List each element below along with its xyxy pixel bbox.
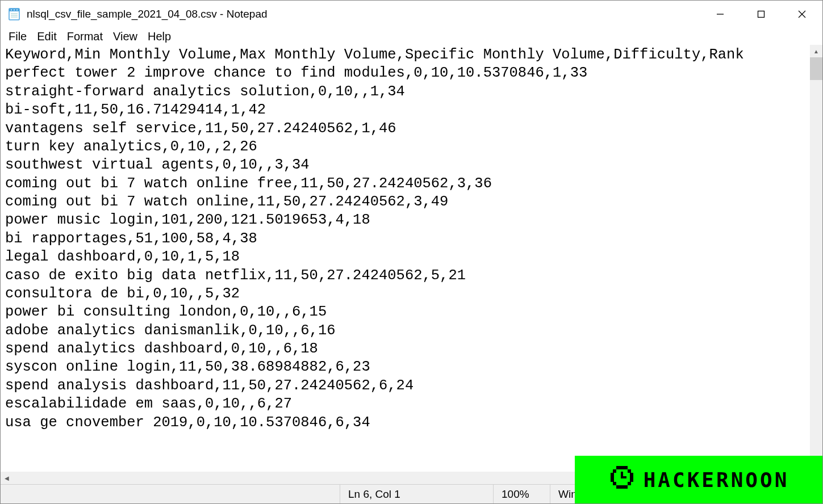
svg-point-4 <box>16 10 18 11</box>
svg-rect-18 <box>628 482 631 485</box>
minimize-button[interactable] <box>700 1 741 28</box>
svg-rect-9 <box>758 11 764 18</box>
clock-pixel-icon <box>608 464 636 495</box>
status-position: Ln 6, Col 1 <box>340 485 493 503</box>
window-title: nlsql_csv_file_sample_2021_04_08.csv - N… <box>27 8 700 20</box>
status-spacer <box>1 485 340 503</box>
menu-format[interactable]: Format <box>62 29 107 44</box>
svg-rect-17 <box>613 482 616 485</box>
close-button[interactable] <box>782 1 822 28</box>
menu-file[interactable]: File <box>4 29 31 44</box>
window-controls <box>700 1 822 28</box>
vertical-scrollbar[interactable]: ▲ ▼ <box>810 45 822 472</box>
scroll-left-icon[interactable]: ◀ <box>1 472 13 484</box>
svg-rect-13 <box>613 469 616 473</box>
titlebar: nlsql_csv_file_sample_2021_04_08.csv - N… <box>1 1 822 28</box>
svg-point-2 <box>11 10 12 11</box>
vscroll-thumb[interactable] <box>810 57 822 80</box>
editor-area: Keyword,Min Monthly Volume,Max Monthly V… <box>1 45 822 484</box>
svg-rect-21 <box>621 476 626 478</box>
svg-point-3 <box>14 10 15 11</box>
status-zoom: 100% <box>493 485 550 503</box>
menu-view[interactable]: View <box>108 29 142 44</box>
svg-rect-16 <box>630 473 633 482</box>
vscroll-track[interactable] <box>810 57 822 459</box>
text-content[interactable]: Keyword,Min Monthly Volume,Max Monthly V… <box>1 45 810 472</box>
menu-help[interactable]: Help <box>143 29 176 44</box>
svg-rect-19 <box>616 485 628 489</box>
svg-rect-12 <box>616 466 628 469</box>
watermark-badge: HACKERNOON <box>575 456 822 503</box>
watermark-text: HACKERNOON <box>644 468 789 492</box>
scroll-up-icon[interactable]: ▲ <box>810 45 822 57</box>
menu-edit[interactable]: Edit <box>32 29 61 44</box>
maximize-button[interactable] <box>741 1 782 28</box>
notepad-icon <box>7 7 21 21</box>
menubar: File Edit Format View Help <box>1 28 822 45</box>
svg-rect-14 <box>628 469 631 473</box>
svg-rect-15 <box>611 473 614 482</box>
